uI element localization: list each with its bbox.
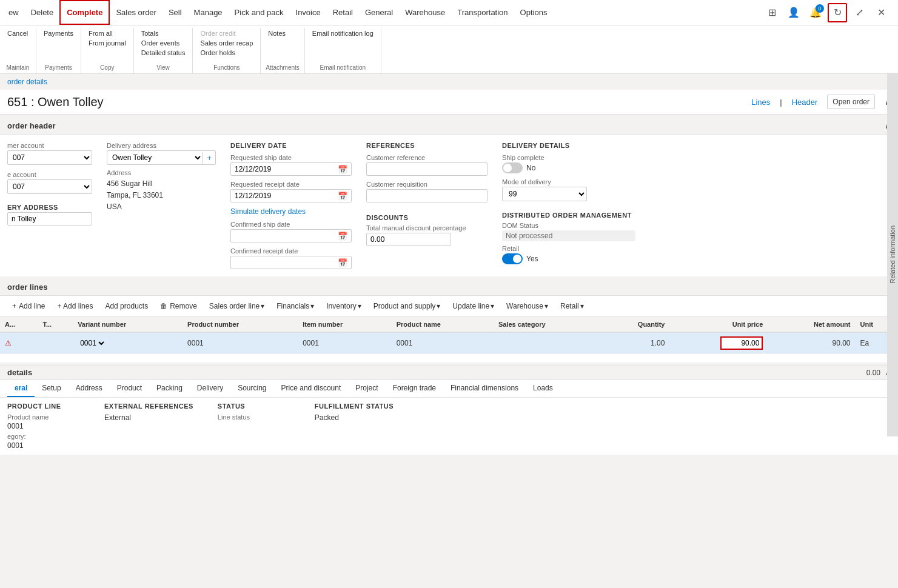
- order-holds-button[interactable]: Order holds: [198, 48, 255, 57]
- nav-general[interactable]: General: [359, 0, 399, 25]
- add-line-button[interactable]: + Add line: [7, 299, 50, 313]
- requested-receipt-input[interactable]: [231, 190, 334, 202]
- customer-req-group: Customer requisition: [366, 181, 488, 202]
- nav-sales-order[interactable]: Sales order: [110, 0, 162, 25]
- payments-button[interactable]: Payments: [41, 29, 76, 38]
- ribbon-copy-items: From all From journal: [86, 29, 129, 47]
- detailed-status-button[interactable]: Detailed status: [139, 48, 188, 57]
- warehouse-button[interactable]: Warehouse ▾: [501, 299, 553, 313]
- details-tabs: eral Setup Address Product Packing Deliv…: [0, 380, 898, 398]
- update-line-button[interactable]: Update line ▾: [447, 299, 499, 313]
- col-name: Product name: [392, 317, 494, 332]
- tab-project[interactable]: Project: [348, 380, 385, 397]
- from-all-button[interactable]: From all: [86, 29, 129, 38]
- mode-of-delivery-select[interactable]: 99: [502, 187, 587, 201]
- notifications-icon[interactable]: 🔔 0: [806, 3, 825, 22]
- nav-sell[interactable]: Sell: [163, 0, 188, 25]
- main-content: order details 651 : Owen Tolley Lines | …: [0, 74, 898, 455]
- user-icon[interactable]: 👤: [784, 3, 803, 22]
- cell-variant[interactable]: 0001: [73, 332, 183, 354]
- tab-price-discount[interactable]: Price and discount: [274, 380, 349, 397]
- close-icon[interactable]: ✕: [871, 3, 891, 22]
- confirmed-ship-label: Confirmed ship date: [230, 221, 352, 228]
- tab-foreign-trade[interactable]: Foreign trade: [386, 380, 443, 397]
- email-log-button[interactable]: Email notification log: [310, 29, 376, 38]
- tab-setup[interactable]: Setup: [35, 380, 68, 397]
- tab-packing[interactable]: Packing: [149, 380, 190, 397]
- order-credit-button[interactable]: Order credit: [198, 29, 255, 38]
- totals-button[interactable]: Totals: [139, 29, 188, 38]
- requested-ship-input[interactable]: [231, 163, 334, 175]
- from-journal-button[interactable]: From journal: [86, 39, 129, 47]
- order-header-section-header[interactable]: order header ∧: [0, 117, 898, 135]
- nav-manage[interactable]: Manage: [188, 0, 229, 25]
- cell-unitprice[interactable]: [669, 332, 768, 354]
- product-line-col: PRODUCT LINE Product name 0001 egory: 00…: [7, 403, 80, 450]
- tab-loads[interactable]: Loads: [526, 380, 560, 397]
- details-columns: PRODUCT LINE Product name 0001 egory: 00…: [7, 403, 891, 450]
- customer-req-input[interactable]: [366, 189, 488, 202]
- unit-price-input[interactable]: [720, 336, 763, 350]
- notification-badge: 0: [816, 4, 824, 13]
- add-lines-button[interactable]: + Add lines: [52, 299, 98, 313]
- confirmed-ship-input[interactable]: [231, 230, 334, 242]
- retail-toolbar-label: Retail: [560, 302, 579, 310]
- lines-link[interactable]: Lines: [751, 98, 770, 107]
- nav-options[interactable]: Options: [514, 0, 554, 25]
- nav-transportation[interactable]: Transportation: [451, 0, 514, 25]
- tab-product[interactable]: Product: [110, 380, 149, 397]
- details-amount: 0.00: [866, 369, 880, 377]
- customer-account-select[interactable]: 007: [8, 151, 92, 164]
- tab-financial-dim[interactable]: Financial dimensions: [443, 380, 526, 397]
- nav-retail[interactable]: Retail: [327, 0, 359, 25]
- simulate-delivery-link[interactable]: Simulate delivery dates: [230, 207, 352, 216]
- requested-ship-calendar-icon[interactable]: 📅: [334, 164, 351, 175]
- nav-pick-and-pack[interactable]: Pick and pack: [229, 0, 290, 25]
- expand-icon[interactable]: ⤢: [849, 3, 869, 22]
- retail-toggle[interactable]: [502, 253, 523, 264]
- cancel-button[interactable]: Cancel: [5, 29, 30, 38]
- nav-new[interactable]: ew: [2, 0, 25, 25]
- nav-delete[interactable]: Delete: [25, 0, 60, 25]
- customer-ref-input[interactable]: [366, 162, 488, 176]
- delivery-address-add-icon[interactable]: +: [203, 152, 215, 164]
- tab-delivery[interactable]: Delivery: [190, 380, 230, 397]
- table-row[interactable]: ⚠ 0001 0001 0001 0001 1.00: [0, 332, 898, 354]
- tab-sourcing[interactable]: Sourcing: [230, 380, 273, 397]
- remove-button[interactable]: 🗑 Remove: [155, 299, 202, 313]
- refresh-icon[interactable]: ↻: [828, 3, 847, 22]
- nav-complete[interactable]: Complete: [59, 0, 110, 25]
- nav-warehouse[interactable]: Warehouse: [399, 0, 451, 25]
- delivery-name-input[interactable]: [7, 212, 92, 226]
- sales-order-recap-button[interactable]: Sales order recap: [198, 39, 255, 47]
- tab-general[interactable]: eral: [7, 380, 35, 397]
- variant-select[interactable]: 0001: [78, 338, 106, 348]
- right-panel[interactable]: Related information: [887, 73, 898, 436]
- grid-icon[interactable]: ⊞: [762, 3, 782, 22]
- confirmed-receipt-calendar-icon[interactable]: 📅: [334, 257, 351, 269]
- invoice-account-select[interactable]: 007: [8, 180, 92, 193]
- product-supply-button[interactable]: Product and supply ▾: [369, 299, 446, 313]
- cell-netamount: 90.00: [768, 332, 855, 354]
- financials-button[interactable]: Financials ▾: [272, 299, 319, 313]
- inventory-button[interactable]: Inventory ▾: [321, 299, 366, 313]
- requested-receipt-calendar-icon[interactable]: 📅: [334, 190, 351, 202]
- ship-complete-toggle[interactable]: [502, 162, 523, 173]
- nav-invoice[interactable]: Invoice: [290, 0, 327, 25]
- delivery-address-select[interactable]: Owen Tolley: [107, 151, 203, 164]
- order-events-button[interactable]: Order events: [139, 39, 188, 47]
- tab-address[interactable]: Address: [69, 380, 110, 397]
- total-discount-input[interactable]: [366, 233, 451, 246]
- sales-order-line-button[interactable]: Sales order line ▾: [204, 299, 269, 313]
- add-products-button[interactable]: Add products: [100, 299, 153, 313]
- functions-list: Order credit Sales order recap Order hol…: [198, 29, 255, 57]
- table-header: A... T... Variant number Product number …: [0, 317, 898, 332]
- retail-button[interactable]: Retail ▾: [555, 299, 589, 313]
- header-link[interactable]: Header: [792, 98, 818, 107]
- horizontal-scrollbar[interactable]: [7, 356, 891, 362]
- confirmed-ship-calendar-icon[interactable]: 📅: [334, 230, 351, 242]
- confirmed-receipt-input[interactable]: [231, 256, 334, 269]
- open-order-button[interactable]: Open order: [827, 95, 875, 109]
- order-lines-header[interactable]: order lines: [0, 279, 898, 296]
- notes-button[interactable]: Notes: [266, 29, 288, 38]
